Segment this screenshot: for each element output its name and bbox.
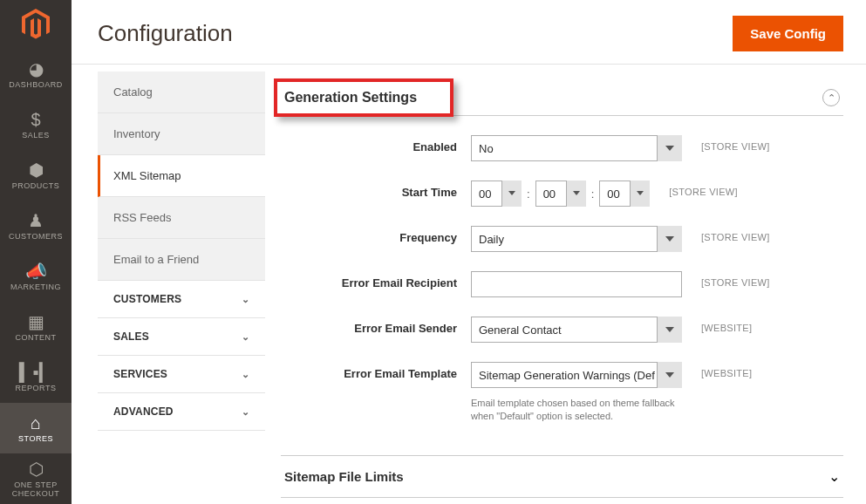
label-recipient: Error Email Recipient <box>281 271 471 289</box>
tab-rss-feeds[interactable]: RSS Feeds <box>98 197 265 239</box>
store-icon: ⌂ <box>31 413 41 433</box>
start-min-select[interactable]: 00 <box>535 180 586 207</box>
label-frequency: Frequency <box>281 226 471 244</box>
page-header: Configuration Save Config <box>72 0 866 64</box>
tab-inventory[interactable]: Inventory <box>98 113 265 155</box>
chevron-down-icon: ⌄ <box>242 331 249 343</box>
section-title: Generation Settings <box>284 90 417 106</box>
chevron-down-icon: ⌄ <box>242 406 249 418</box>
chevron-down-icon: ⌄ <box>242 369 249 380</box>
main-layout: Catalog Inventory XML Sitemap RSS Feeds … <box>72 64 866 504</box>
row-enabled: Enabled No [STORE VIEW] <box>281 135 843 161</box>
box-icon: ⬢ <box>29 160 44 180</box>
collapse-up-icon: ⌃ <box>822 89 840 106</box>
start-sec-select[interactable]: 00 <box>599 180 650 207</box>
row-sender: Error Email Sender General Contact [WEBS… <box>281 317 843 343</box>
recipient-input[interactable] <box>471 271 682 297</box>
tab-catalog[interactable]: Catalog <box>98 72 265 113</box>
group-services[interactable]: SERVICES⌄ <box>98 356 265 393</box>
scope-sender: [WEBSITE] <box>701 317 752 333</box>
row-template: Error Email Template Sitemap Generation … <box>281 362 843 424</box>
megaphone-icon: 📣 <box>25 261 47 282</box>
person-icon: ♟ <box>28 210 44 231</box>
label-enabled: Enabled <box>281 135 471 153</box>
tab-email-friend[interactable]: Email to a Friend <box>98 239 265 281</box>
scope-frequency: [STORE VIEW] <box>701 226 770 242</box>
label-sender: Error Email Sender <box>281 317 471 335</box>
label-start-time: Start Time <box>281 180 471 199</box>
dollar-icon: $ <box>31 110 40 130</box>
nav-stores[interactable]: ⌂STORES <box>0 403 72 453</box>
content-area: Configuration Save Config Catalog Invent… <box>72 0 866 504</box>
save-config-button[interactable]: Save Config <box>733 16 843 51</box>
nav-dashboard[interactable]: ◕DASHBOARD <box>0 49 72 99</box>
scope-recipient: [STORE VIEW] <box>701 271 770 288</box>
form-rows: Enabled No [STORE VIEW] Start Time 00 : … <box>281 116 843 455</box>
colon-1: : <box>527 187 530 201</box>
nav-reports[interactable]: ▍▪▎REPORTS <box>0 352 72 403</box>
frequency-select[interactable]: Daily <box>471 226 682 252</box>
group-sales[interactable]: SALES⌄ <box>98 318 265 356</box>
config-sidebar: Catalog Inventory XML Sitemap RSS Feeds … <box>98 65 265 504</box>
chevron-down-icon: ⌄ <box>242 294 249 305</box>
colon-2: : <box>591 187 595 201</box>
group-advanced[interactable]: ADVANCED⌄ <box>98 393 265 431</box>
scope-enabled: [STORE VIEW] <box>701 135 770 152</box>
magento-logo[interactable] <box>0 0 72 49</box>
nav-onestep[interactable]: ⬡ONE STEP CHECKOUT <box>0 453 72 504</box>
nav-content[interactable]: ▦CONTENT <box>0 302 72 352</box>
label-template: Error Email Template <box>281 362 471 380</box>
sender-select[interactable]: General Contact <box>471 317 682 343</box>
enabled-select[interactable]: No <box>471 135 682 161</box>
template-note: Email template chosen based on theme fal… <box>471 397 682 424</box>
group-customers[interactable]: CUSTOMERS⌄ <box>98 281 265 318</box>
row-recipient: Error Email Recipient [STORE VIEW] <box>281 271 843 297</box>
template-select[interactable]: Sitemap Generation Warnings (Def <box>471 362 682 388</box>
chart-icon: ▍▪▎ <box>19 362 51 383</box>
expand-down-icon: ⌄ <box>828 468 840 485</box>
page-title: Configuration <box>98 20 233 47</box>
nav-customers[interactable]: ♟CUSTOMERS <box>0 201 72 251</box>
layout-icon: ▦ <box>28 311 44 332</box>
form-panel: Generation Settings ⌃ Enabled No [STORE … <box>265 65 866 504</box>
row-start-time: Start Time 00 : 00 : 00 [STORE VIEW] <box>281 180 843 207</box>
hex-icon: ⬡ <box>29 459 44 480</box>
gauge-icon: ◕ <box>29 58 44 79</box>
scope-start-time: [STORE VIEW] <box>669 180 738 197</box>
tab-xml-sitemap[interactable]: XML Sitemap <box>98 155 265 197</box>
start-hour-select[interactable]: 00 <box>471 180 522 207</box>
section-generation-settings[interactable]: Generation Settings ⌃ <box>281 80 843 116</box>
row-frequency: Frequency Daily [STORE VIEW] <box>281 226 843 252</box>
section-search-engine[interactable]: Search Engine Submission Settings ⌄ <box>281 497 843 504</box>
admin-rail: ◕DASHBOARD $SALES ⬢PRODUCTS ♟CUSTOMERS 📣… <box>0 0 72 504</box>
scope-template: [WEBSITE] <box>701 362 752 378</box>
nav-sales[interactable]: $SALES <box>0 99 72 150</box>
nav-marketing[interactable]: 📣MARKETING <box>0 251 72 302</box>
nav-products[interactable]: ⬢PRODUCTS <box>0 150 72 201</box>
section-file-limits[interactable]: Sitemap File Limits ⌄ <box>281 455 843 497</box>
